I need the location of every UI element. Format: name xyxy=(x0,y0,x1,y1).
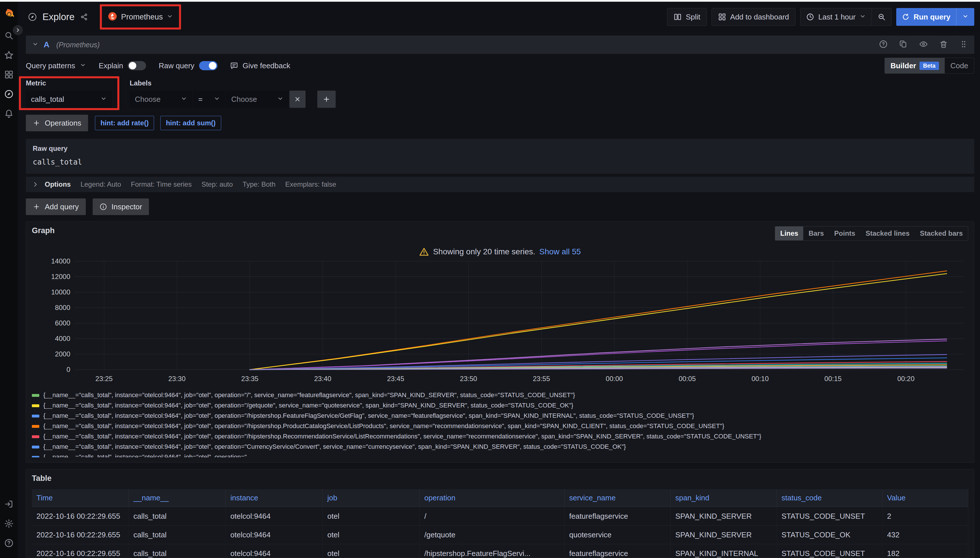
legend-series-label: {__name__="calls_total", instance="otelc… xyxy=(43,412,694,420)
table-header-status-code[interactable]: status_code xyxy=(777,489,883,507)
query-row-header[interactable]: A (Prometheus) xyxy=(26,36,974,54)
table-cell: otel xyxy=(323,507,420,525)
graph-mode-bars[interactable]: Bars xyxy=(803,226,829,240)
x-axis-tick-label: 00:10 xyxy=(751,375,769,382)
dashboards-icon[interactable] xyxy=(4,70,14,79)
graph-mode-points[interactable]: Points xyxy=(829,226,860,240)
options-label: Options xyxy=(45,181,71,189)
y-axis-tick-label: 4000 xyxy=(55,335,70,342)
sidebar-expand-button[interactable] xyxy=(13,25,23,35)
query-toolbar: Query patterns Explain Raw query Give fe… xyxy=(26,58,974,74)
help-icon[interactable] xyxy=(4,538,14,548)
x-axis-tick-label: 23:25 xyxy=(95,375,113,382)
legend-item[interactable]: {__name__="calls_total", instance="otelc… xyxy=(32,412,968,422)
legend-series-swatch xyxy=(32,425,39,428)
datasource-name: Prometheus xyxy=(121,13,163,21)
explain-toggle[interactable] xyxy=(128,61,146,70)
search-icon[interactable] xyxy=(4,31,14,40)
apps-icon xyxy=(718,13,726,21)
table-header-operation[interactable]: operation xyxy=(420,489,565,507)
show-all-series-link[interactable]: Show all 55 xyxy=(539,247,581,256)
table-cell: calls_total xyxy=(129,544,226,558)
table-header-service-name[interactable]: service_name xyxy=(565,489,671,507)
give-feedback-link[interactable]: Give feedback xyxy=(230,61,290,70)
legend-item[interactable]: {__name__="calls_total", instance="otelc… xyxy=(32,453,968,457)
raw-query-toggle[interactable] xyxy=(199,61,217,70)
table-header-span-kind[interactable]: span_kind xyxy=(671,489,777,507)
plus-icon xyxy=(33,203,40,210)
table-cell: SPAN_KIND_INTERNAL xyxy=(671,544,777,558)
drag-handle-icon[interactable] xyxy=(959,40,968,49)
hide-response-eye-icon[interactable] xyxy=(919,40,928,49)
settings-gear-icon[interactable] xyxy=(4,519,14,528)
beta-badge: Beta xyxy=(919,62,939,70)
table-cell: featureflagservice xyxy=(565,544,671,558)
sign-in-icon[interactable] xyxy=(4,499,14,509)
time-range-picker[interactable]: Last 1 hour xyxy=(801,8,871,26)
query-hint-button[interactable]: hint: add rate() xyxy=(95,116,154,130)
table-header-time[interactable]: Time xyxy=(32,489,129,507)
query-patterns-dropdown[interactable]: Query patterns xyxy=(26,61,86,70)
legend-series-label: {__name__="calls_total", instance="otelc… xyxy=(43,422,724,430)
zoom-out-time-button[interactable] xyxy=(872,8,891,26)
add-operation-button[interactable]: Operations xyxy=(26,115,88,131)
graph-mode-stacked-bars[interactable]: Stacked bars xyxy=(915,226,968,240)
split-button[interactable]: Split xyxy=(667,8,707,26)
x-axis-tick-label: 00:15 xyxy=(824,375,842,382)
table-cell: STATUS_CODE_UNSET xyxy=(777,507,883,525)
raw-query-label: Raw query xyxy=(33,144,967,153)
builder-mode-tab[interactable]: Builder Beta xyxy=(885,58,945,74)
table-header---name--[interactable]: __name__ xyxy=(129,489,226,507)
label-value-select[interactable]: Choose xyxy=(226,90,289,108)
alerting-icon[interactable] xyxy=(4,109,14,118)
add-query-button[interactable]: Add query xyxy=(26,199,86,215)
remove-label-filter-button[interactable] xyxy=(289,90,306,108)
chevron-down-icon xyxy=(277,95,283,104)
explore-icon[interactable] xyxy=(4,89,14,99)
legend-series-label: {__name__="calls_total", instance="otelc… xyxy=(43,402,573,409)
comment-icon xyxy=(230,62,238,70)
code-mode-tab[interactable]: Code xyxy=(945,58,974,74)
table-header-job[interactable]: job xyxy=(323,489,420,507)
query-help-icon[interactable] xyxy=(879,40,888,49)
graph-mode-stacked-lines[interactable]: Stacked lines xyxy=(860,226,914,240)
query-option-summary: Format: Time series xyxy=(131,181,192,189)
label-name-select[interactable]: Choose xyxy=(130,90,192,108)
chevron-right-icon xyxy=(32,181,38,187)
legend-item[interactable]: {__name__="calls_total", instance="otelc… xyxy=(32,433,968,443)
timeseries-chart[interactable]: 0200040006000800010000120001400023:2523:… xyxy=(32,258,968,390)
table-cell: SPAN_KIND_SERVER xyxy=(671,507,777,525)
table-cell: otel xyxy=(323,525,420,544)
metric-select[interactable]: calls_total xyxy=(26,90,112,108)
query-option-summary: Step: auto xyxy=(201,181,233,189)
legend-series-label: {__name__="calls_total", instance="otelc… xyxy=(43,453,247,457)
run-query-button[interactable]: Run query xyxy=(896,8,974,26)
datasource-picker[interactable]: Prometheus xyxy=(105,8,176,26)
inspector-button[interactable]: Inspector xyxy=(93,199,149,215)
legend-item[interactable]: {__name__="calls_total", instance="otelc… xyxy=(32,422,968,433)
add-to-dashboard-button[interactable]: Add to dashboard xyxy=(712,8,796,26)
run-query-dropdown[interactable] xyxy=(957,8,974,26)
starred-icon[interactable] xyxy=(4,50,14,60)
share-icon[interactable] xyxy=(81,13,88,21)
query-hint-button[interactable]: hint: add sum() xyxy=(160,116,221,130)
sidebar xyxy=(0,2,18,558)
legend-item[interactable]: {__name__="calls_total", instance="otelc… xyxy=(32,402,968,412)
x-axis-tick-label: 23:55 xyxy=(533,375,550,382)
remove-query-trash-icon[interactable] xyxy=(939,40,948,49)
y-axis-tick-label: 8000 xyxy=(55,304,70,312)
graph-mode-lines[interactable]: Lines xyxy=(775,226,804,240)
label-operator-select[interactable]: = xyxy=(193,90,225,108)
legend-series-swatch xyxy=(32,435,39,438)
chevron-down-icon xyxy=(214,95,220,104)
collapse-chevron-icon[interactable] xyxy=(32,41,38,48)
grafana-logo[interactable] xyxy=(3,8,15,21)
legend-item[interactable]: {__name__="calls_total", instance="otelc… xyxy=(32,391,968,402)
legend-item[interactable]: {__name__="calls_total", instance="otelc… xyxy=(32,443,968,453)
query-options-row[interactable]: Options Legend: AutoFormat: Time seriesS… xyxy=(26,177,974,192)
legend-series-swatch xyxy=(32,456,39,457)
table-header-instance[interactable]: instance xyxy=(226,489,323,507)
duplicate-query-icon[interactable] xyxy=(899,40,908,49)
add-label-filter-button[interactable] xyxy=(317,90,335,108)
table-header-value[interactable]: Value xyxy=(883,489,968,507)
